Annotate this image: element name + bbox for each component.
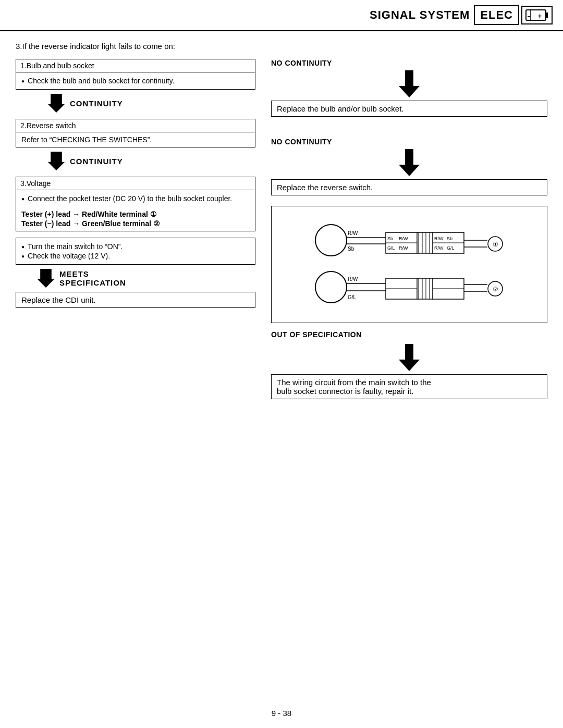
nc2-header: NO CONTINUITY <box>271 138 547 146</box>
out-spec-label: OUT OF SPECIFICATION <box>271 330 362 339</box>
bottom-bullets-box: Turn the main switch to “ON”. Check the … <box>16 238 255 265</box>
bullet-main-switch: Turn the main switch to “ON”. <box>21 242 250 251</box>
intro-text: 3.If the reverse indicator light fails t… <box>16 42 547 51</box>
step3-line1: Tester (+) lead → Red/White terminal ① <box>21 210 250 218</box>
meets-label-line2: SPECIFICATION <box>59 278 126 287</box>
page-header: SIGNAL SYSTEM ELEC − + <box>0 0 563 31</box>
svg-text:G/L: G/L <box>387 245 395 251</box>
step3-body2: Tester (+) lead → Red/White terminal ① T… <box>16 207 255 231</box>
step1-header: 1.Bulb and bulb socket <box>16 59 255 72</box>
meets-arrow: MEETS SPECIFICATION <box>36 269 255 288</box>
page-number: 9 - 38 <box>272 709 291 718</box>
step3-header: 3.Voltage <box>16 177 255 190</box>
svg-text:②: ② <box>493 286 498 293</box>
step1-arrow: CONTINUITY <box>47 94 255 113</box>
svg-text:G/L: G/L <box>348 294 357 300</box>
replace-cdi-box: Replace the CDI unit. <box>16 292 255 308</box>
step2-body: Refer to “CHECKING THE SWITCHES”. <box>16 132 255 147</box>
step1-section: 1.Bulb and bulb socket Check the bulb an… <box>16 59 255 113</box>
step3-line2: Tester (−) lead → Green/Blue terminal ② <box>21 219 250 228</box>
step1-bullet: Check the bulb and bulb socket for conti… <box>21 77 250 85</box>
out-spec-down-arrow <box>271 344 547 371</box>
bullet-voltage: Check the voltage (12 V). <box>21 252 250 260</box>
step2-arrow-label: CONTINUITY <box>70 157 123 166</box>
svg-text:R/W: R/W <box>399 245 408 251</box>
down-arrow-icon <box>47 152 66 170</box>
nc2-text: Replace the reverse switch. <box>277 183 373 192</box>
elec-badge: ELEC − + <box>474 5 553 25</box>
svg-text:−: − <box>528 14 531 19</box>
svg-marker-7 <box>38 269 54 288</box>
out-spec-box: The wiring circuit from the main switch … <box>271 374 547 399</box>
flow-container: 1.Bulb and bulb socket Check the bulb an… <box>16 59 547 410</box>
step2-arrow: CONTINUITY <box>47 152 255 170</box>
nc1-box: Replace the bulb and/or bulb socket. <box>271 101 547 117</box>
svg-marker-6 <box>48 152 65 170</box>
out-spec-text1: The wiring circuit from the main switch … <box>277 378 431 387</box>
meets-label-line1: MEETS <box>59 269 126 278</box>
nc1-header: NO CONTINUITY <box>271 59 547 67</box>
step1-body: Check the bulb and bulb socket for conti… <box>16 72 255 89</box>
right-column: NO CONTINUITY Replace the bulb and/or bu… <box>271 59 547 410</box>
step2-header: 2.Reverse switch <box>16 119 255 132</box>
out-spec-text2: bulb socket connector is faulty, repair … <box>277 387 413 396</box>
main-content: 3.If the reverse indicator light fails t… <box>0 31 563 420</box>
bottom-left-section: Turn the main switch to “ON”. Check the … <box>16 238 255 308</box>
nc1-label: NO CONTINUITY <box>271 59 332 67</box>
svg-text:R/W: R/W <box>348 276 358 282</box>
nc2-label: NO CONTINUITY <box>271 138 332 146</box>
step2-section: 2.Reverse switch Refer to “CHECKING THE … <box>16 119 255 170</box>
bottom-bullets: Turn the main switch to “ON”. Check the … <box>16 238 255 264</box>
svg-text:①: ① <box>493 241 498 248</box>
svg-text:R/W: R/W <box>399 236 408 241</box>
svg-marker-5 <box>48 94 65 113</box>
out-spec-section: OUT OF SPECIFICATION The wiring circuit … <box>271 330 547 399</box>
svg-rect-1 <box>546 13 548 18</box>
step3-bullet1: Connect the pocket tester (DC 20 V) to t… <box>21 194 250 203</box>
nc2-box: Replace the reverse switch. <box>271 179 547 195</box>
svg-text:R/W: R/W <box>434 245 444 251</box>
replace-cdi-text: Replace the CDI unit. <box>21 295 96 304</box>
elec-label: ELEC <box>474 5 519 25</box>
page-footer: 9 - 38 <box>0 709 563 718</box>
arrow-shaft <box>405 70 413 86</box>
svg-text:Sb: Sb <box>348 246 354 252</box>
down-arrow-icon <box>47 94 66 113</box>
svg-text:Sb: Sb <box>447 236 452 241</box>
arrow-shaft3 <box>405 344 413 360</box>
wiring-diagram-svg: R/W Sb R/W G/L Sb R/W G/L R/W <box>277 212 542 316</box>
arrow-head <box>399 86 420 97</box>
nc2-down-arrow <box>271 149 547 176</box>
nc1-text: Replace the bulb and/or bulb socket. <box>277 104 404 113</box>
svg-point-9 <box>315 272 347 303</box>
svg-text:G/L: G/L <box>447 245 455 251</box>
svg-text:+: + <box>538 13 542 20</box>
svg-point-8 <box>315 225 347 256</box>
nc1-section: NO CONTINUITY Replace the bulb and/or bu… <box>271 59 547 117</box>
section-title: SIGNAL SYSTEM <box>370 8 470 22</box>
meets-label: MEETS SPECIFICATION <box>59 269 126 287</box>
step3-box: 3.Voltage Connect the pocket tester (DC … <box>16 177 255 231</box>
arrow-head2 <box>399 165 420 176</box>
arrow-head3 <box>399 360 420 371</box>
step3-section: 3.Voltage Connect the pocket tester (DC … <box>16 177 255 231</box>
step1-arrow-label: CONTINUITY <box>70 99 123 108</box>
down-arrow-meets-icon <box>36 269 55 288</box>
svg-text:R/W: R/W <box>348 230 358 236</box>
out-spec-header: OUT OF SPECIFICATION <box>271 330 547 341</box>
svg-text:R/W: R/W <box>434 236 444 241</box>
arrow-shaft2 <box>405 149 413 165</box>
step1-box: 1.Bulb and bulb socket Check the bulb an… <box>16 59 255 90</box>
nc2-section: NO CONTINUITY Replace the reverse switch… <box>271 138 547 195</box>
left-column: 1.Bulb and bulb socket Check the bulb an… <box>16 59 255 410</box>
step2-box: 2.Reverse switch Refer to “CHECKING THE … <box>16 119 255 147</box>
step3-body1: Connect the pocket tester (DC 20 V) to t… <box>16 190 255 207</box>
battery-icon: − + <box>521 6 553 24</box>
nc1-down-arrow <box>271 70 547 97</box>
svg-text:Sb: Sb <box>387 236 393 241</box>
wiring-diagram-box: R/W Sb R/W G/L Sb R/W G/L R/W <box>271 206 547 323</box>
